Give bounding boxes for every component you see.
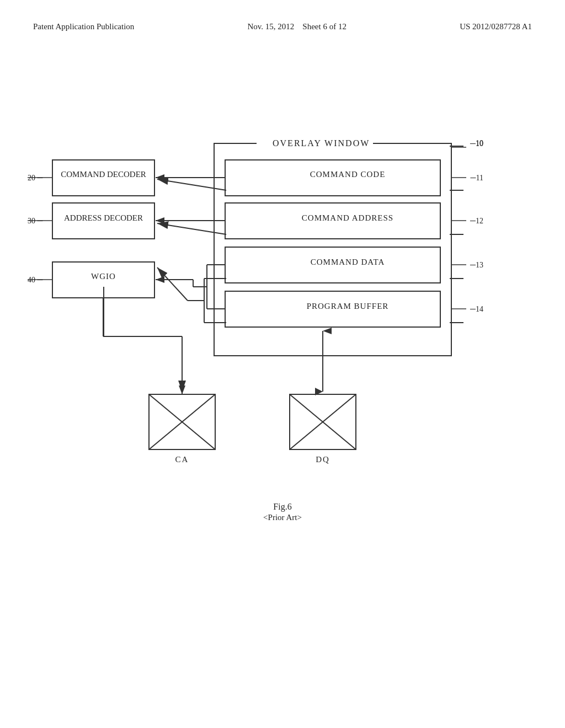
ref-20-label: 20 ─ xyxy=(28,174,42,183)
ref-14-label: ─14 xyxy=(470,305,483,314)
fig-caption: Fig.6 <Prior Art> xyxy=(263,502,302,522)
svg-line-55 xyxy=(290,394,356,449)
svg-rect-53 xyxy=(290,394,356,449)
ref-30-label: 30 ─ xyxy=(28,217,42,226)
page-header: Patent Application Publication Nov. 15, … xyxy=(0,0,565,42)
decoder-box-2-label: ADDRESS DECODER xyxy=(52,213,154,223)
inner-box-3-label: COMMAND DATA xyxy=(254,258,441,267)
dq-label: DQ xyxy=(290,455,356,464)
diagram-area: OVERLAY WINDOW 10 COMMAND CODE COMMAND A… xyxy=(0,99,565,596)
ca-label: CA xyxy=(149,455,215,464)
inner-box-1-label: COMMAND CODE xyxy=(254,170,441,179)
fig-line1: Fig.6 xyxy=(263,502,302,512)
fig-line2: <Prior Art> xyxy=(263,513,302,522)
header-left: Patent Application Publication xyxy=(33,22,134,31)
svg-line-6 xyxy=(157,223,226,234)
svg-line-51 xyxy=(149,394,215,449)
inner-box-2-label: COMMAND ADDRESS xyxy=(254,213,441,223)
svg-line-5 xyxy=(157,179,226,190)
header-right: US 2012/0287728 A1 xyxy=(460,22,532,31)
svg-line-11 xyxy=(157,267,188,301)
ref-11-label: ─11 xyxy=(471,174,483,183)
header-center: Nov. 15, 2012 Sheet 6 of 12 xyxy=(248,22,347,31)
decoder-box-1-label: COMMAND DECODER xyxy=(52,170,154,179)
ref-40-label: 40 ─ xyxy=(28,276,42,285)
inner-box-4-label: PROGRAM BUFFER xyxy=(254,302,441,311)
overlay-window-label: OVERLAY WINDOW xyxy=(269,138,373,148)
ref-12-label: ─12 xyxy=(470,217,483,226)
svg-rect-50 xyxy=(149,394,215,449)
ref-13-label: ─13 xyxy=(470,261,483,270)
decoder-box-3-label: WGIO xyxy=(52,272,154,281)
ref-10-label: ─10 xyxy=(470,140,483,148)
svg-line-52 xyxy=(149,394,215,449)
svg-line-54 xyxy=(290,394,356,449)
